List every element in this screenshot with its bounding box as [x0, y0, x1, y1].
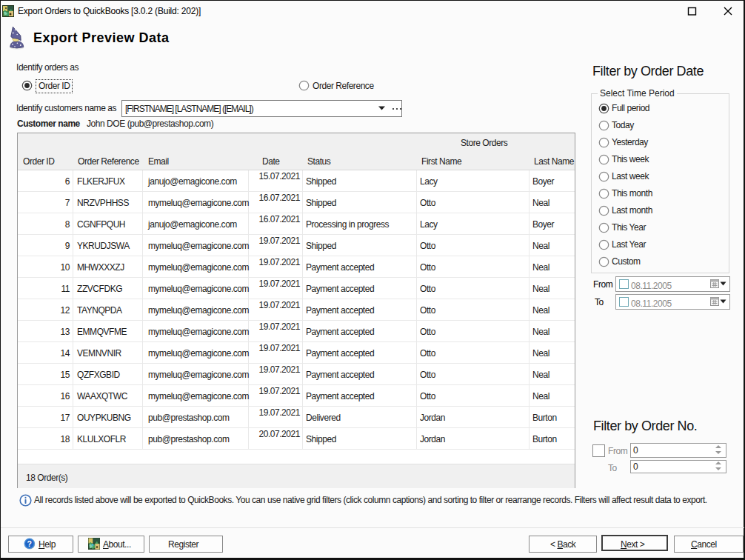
svg-text:?: ? — [27, 539, 32, 548]
